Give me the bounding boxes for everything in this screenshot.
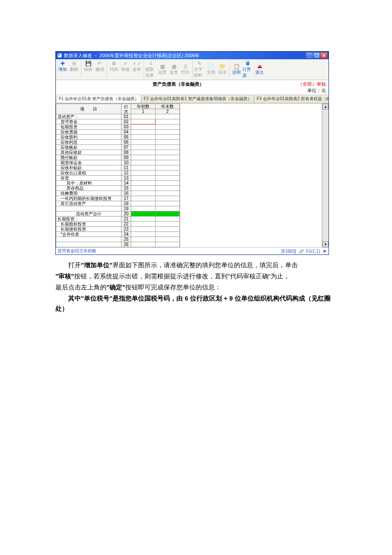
cell-begin[interactable]: [131, 186, 156, 191]
cell-begin[interactable]: [131, 196, 156, 201]
cell-end[interactable]: [156, 181, 180, 186]
table-row[interactable]: 流动资产合计20: [56, 211, 180, 217]
calculator-button[interactable]: 🖩 计算器: [242, 60, 254, 79]
scroll-down-icon[interactable]: ▾: [323, 241, 329, 247]
table-row[interactable]: *合并价差24: [56, 232, 180, 237]
vertical-scrollbar[interactable]: ▴ ▾: [322, 104, 329, 247]
table-row[interactable]: 货币资金02: [56, 119, 180, 124]
add-button[interactable]: ✚ 增加: [57, 60, 68, 73]
close-button[interactable]: ✕: [320, 52, 327, 58]
table-row[interactable]: 期货保证金10: [56, 160, 180, 165]
audit-button[interactable]: ✓ 审核: [120, 60, 131, 73]
cell-end[interactable]: [156, 222, 180, 227]
cell-end[interactable]: [156, 171, 180, 176]
cell-end[interactable]: [156, 206, 180, 211]
data-grid[interactable]: 项 目 行次 年初数 年末数 1 2 流动资产：01货币资金02短期投资03应收…: [56, 104, 180, 247]
cell-begin[interactable]: [131, 211, 156, 217]
table-row[interactable]: 流动资产：01: [56, 114, 180, 119]
cell-begin[interactable]: [131, 135, 156, 140]
table-row[interactable]: 预付账款09: [56, 155, 180, 160]
tab-1[interactable]: F1 会外年企01表 资产负债表（非金融类）: [57, 95, 141, 103]
table-row[interactable]: 其他应收款08: [56, 150, 180, 155]
cell-end[interactable]: [156, 242, 180, 247]
cell-begin[interactable]: [131, 227, 156, 232]
cell-end[interactable]: [156, 135, 180, 140]
cell-end[interactable]: [156, 217, 180, 222]
cell-end[interactable]: [156, 201, 180, 206]
cell-end[interactable]: [156, 176, 180, 181]
code-button[interactable]: ⚙ 代码: [108, 60, 119, 73]
cell-begin[interactable]: [131, 155, 156, 160]
table-row[interactable]: 26: [56, 242, 180, 247]
tab-2[interactable]: F2 会外年企01表附表1 资产减值准备明细表（非金融类）: [141, 95, 254, 103]
extract-button[interactable]: ⇩ 提取凭单: [145, 60, 156, 79]
cell-end[interactable]: [156, 165, 180, 171]
cell-end[interactable]: [156, 114, 180, 119]
undo-button[interactable]: ↶ 撤消: [94, 60, 105, 73]
table-row[interactable]: 应收出口退税12: [56, 171, 180, 176]
help-button[interactable]: 📋 说明: [231, 60, 242, 79]
doc-button[interactable]: 📄 文档: [205, 60, 216, 79]
table-row[interactable]: 长期债权投资23: [56, 227, 180, 232]
cell-end[interactable]: [156, 191, 180, 196]
save-button[interactable]: 💾 保存: [83, 60, 94, 73]
cell-end[interactable]: [156, 124, 180, 130]
table-row[interactable]: 短期投资03: [56, 124, 180, 130]
cell-begin[interactable]: [131, 140, 156, 145]
table-row[interactable]: 19: [56, 206, 180, 211]
dir-button[interactable]: 📁 目录: [217, 60, 228, 79]
table-row[interactable]: 应收利息06: [56, 140, 180, 145]
cell-end[interactable]: [156, 140, 180, 145]
cell-begin[interactable]: [131, 217, 156, 222]
exit-button[interactable]: ⏏ 退出: [254, 60, 265, 79]
cell-begin[interactable]: [131, 232, 156, 237]
table-row[interactable]: 存货13: [56, 176, 180, 181]
cell-begin[interactable]: [131, 237, 156, 242]
cell-begin[interactable]: [131, 160, 156, 165]
cell-begin[interactable]: [131, 150, 156, 155]
cell-begin[interactable]: [131, 176, 156, 181]
cell-end[interactable]: [156, 160, 180, 165]
scroll-up-icon[interactable]: ▴: [323, 104, 329, 110]
cell-begin[interactable]: [131, 181, 156, 186]
calc-button[interactable]: ▦ 运算: [157, 60, 168, 79]
cell-end[interactable]: [156, 227, 180, 232]
table-row[interactable]: 长期投资：21: [56, 217, 180, 222]
cell-begin[interactable]: [131, 124, 156, 130]
table-row[interactable]: 应收股利05: [56, 135, 180, 140]
table-row[interactable]: 应收账款07: [56, 145, 180, 150]
cell-begin[interactable]: [131, 119, 156, 124]
cell-end[interactable]: [156, 145, 180, 150]
table-row[interactable]: 长期股权投资22: [56, 222, 180, 227]
cell-begin[interactable]: [131, 145, 156, 150]
cell-end[interactable]: [156, 196, 180, 201]
cell-begin[interactable]: [131, 114, 156, 119]
table-row[interactable]: 库存商品15: [56, 186, 180, 191]
table-row[interactable]: 一年内到期的长期债权投资17: [56, 196, 180, 201]
cell-end[interactable]: [156, 211, 180, 217]
cell-end[interactable]: [156, 119, 180, 124]
table-row[interactable]: 待摊费用16: [56, 191, 180, 196]
cell-begin[interactable]: [131, 201, 156, 206]
delete-button[interactable]: ⊖ 删除: [69, 60, 80, 73]
status-arrow-icon[interactable]: ➤: [323, 248, 327, 254]
table-row[interactable]: 25: [56, 237, 180, 242]
table-row[interactable]: 应收补贴款11: [56, 165, 180, 171]
cell-end[interactable]: [156, 186, 180, 191]
cell-end[interactable]: [156, 232, 180, 237]
cell-end[interactable]: [156, 237, 180, 242]
cell-begin[interactable]: [131, 130, 156, 135]
print-button[interactable]: ⎙ 打印: [180, 60, 191, 79]
auditall-button[interactable]: ✓✓ 全审: [131, 60, 142, 73]
cell-end[interactable]: [156, 155, 180, 160]
table-row[interactable]: 应收票据04: [56, 130, 180, 135]
cell-begin[interactable]: [131, 206, 156, 211]
cell-begin[interactable]: [131, 171, 156, 176]
cell-begin[interactable]: [131, 222, 156, 227]
table-row[interactable]: 其它流动资产18: [56, 201, 180, 206]
table-row[interactable]: 其中：原材料14: [56, 181, 180, 186]
cell-end[interactable]: [156, 130, 180, 135]
text-button[interactable]: ✎ 文字材料: [194, 60, 205, 79]
tab-3[interactable]: F3 会外年企01表附表2 所有者权益（或股东权益）增减变动表（非金融: [254, 95, 329, 103]
maximize-button[interactable]: ❐: [313, 52, 320, 58]
